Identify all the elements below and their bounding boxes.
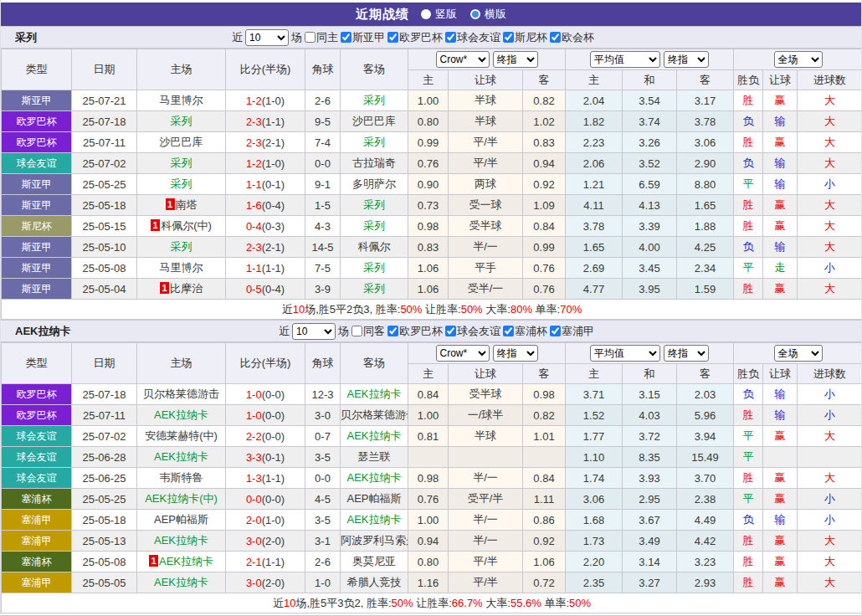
score-cell: 1-0(0-0)	[226, 405, 305, 426]
handicap-away-odds: 0.76	[523, 279, 566, 300]
result-goals: 小	[798, 384, 862, 405]
avg-away-odds: 3.06	[677, 132, 734, 153]
scope-select[interactable]: 全场	[774, 51, 823, 68]
scope-dropdown-cell: 全场	[734, 49, 862, 70]
result-handicap	[763, 447, 798, 468]
avg-stage-select[interactable]: 终指	[664, 51, 709, 68]
team-label: 阿波罗利马索尔	[341, 534, 408, 547]
handicap-away-odds: 1.02	[523, 111, 566, 132]
same-side-checkbox[interactable]	[351, 326, 362, 336]
league-filter-label: 欧罗巴杯	[399, 30, 443, 45]
league-filter-checkbox[interactable]	[503, 32, 514, 43]
col-header-sub-0: 主	[408, 364, 449, 384]
team-name: 采列	[15, 30, 37, 45]
avg-home-odds: 2.69	[566, 258, 623, 279]
home-team-cell: 安德莱赫特(中)	[137, 426, 226, 447]
league-filter-label: 欧罗巴杯	[399, 324, 443, 339]
league-filter-1[interactable]: 欧罗巴杯	[387, 30, 443, 45]
date-cell: 25-07-02	[72, 153, 137, 174]
games-label: 场	[291, 30, 302, 45]
league-filter-3[interactable]: 斯尼杯	[503, 30, 547, 45]
league-filter-checkbox[interactable]	[550, 32, 561, 43]
col-header-sub-6: 胜负	[734, 364, 763, 384]
date-cell: 25-05-18	[72, 195, 137, 216]
result-win-draw-loss: 胜	[734, 195, 763, 216]
odds-stage-select[interactable]: 终指	[493, 51, 538, 68]
avg-source-select[interactable]: 平均值	[590, 51, 660, 68]
recent-count-select[interactable]: 10	[292, 323, 336, 340]
avg-draw-odds: 3.93	[623, 468, 677, 489]
handicap-home-odds: 0.76	[408, 153, 449, 174]
table-row: 球会友谊25-07-02采列1-2(1-0)0-0古拉瑞奇0.76平/半0.94…	[2, 153, 862, 174]
result-win-draw-loss: 平	[734, 489, 763, 510]
league-filter-checkbox[interactable]	[341, 32, 351, 43]
avg-source-select[interactable]: 平均值	[590, 345, 660, 362]
handicap-line: 半/一	[449, 468, 523, 489]
handicap-home-odds: 0.94	[408, 531, 449, 552]
view-mode-horizontal[interactable]: 横版	[470, 7, 506, 22]
col-header-left-3: 比分(半场)	[226, 49, 305, 90]
league-filter-checkbox[interactable]	[445, 32, 456, 43]
home-team-cell: 1科佩尔(中)	[137, 216, 226, 237]
app-header: 近期战绩 竖版 横版	[1, 3, 861, 26]
table-row: 斯亚甲25-05-08马里博尔1-1(1-1)7-5采列1.06平手0.762.…	[2, 258, 862, 279]
avg-stage-select[interactable]: 终指	[664, 345, 709, 362]
radio-unselected-icon[interactable]	[470, 9, 480, 19]
score-cell: 2-3(2-1)	[226, 132, 305, 153]
league-filter-checkbox[interactable]	[387, 326, 398, 336]
summary-segment: 让胜率:	[413, 597, 452, 609]
league-filter-1[interactable]: 球会友谊	[445, 324, 500, 339]
league-filter-checkbox[interactable]	[445, 326, 456, 336]
col-header-sub-2: 客	[523, 364, 566, 384]
col-header-left-5: 客场	[341, 49, 408, 90]
date-cell: 25-05-25	[72, 174, 137, 195]
home-team-cell: 贝尔格莱德游击	[137, 384, 226, 405]
away-team-cell: AEK拉纳卡	[341, 510, 408, 531]
red-card-badge: 1	[151, 219, 160, 231]
league-filter-2[interactable]: 塞浦杯	[503, 324, 547, 339]
league-filter-checkbox[interactable]	[503, 326, 514, 336]
same-side-filter[interactable]: 同主	[305, 30, 338, 45]
team-label: AEP帕福斯	[346, 492, 401, 505]
league-filter-checkbox[interactable]	[387, 32, 398, 43]
handicap-away-odds: 1.01	[523, 426, 566, 447]
col-header-sub-8: 进球数	[798, 364, 862, 384]
recent-count-select[interactable]: 10	[245, 29, 289, 46]
result-handicap: 赢	[763, 489, 798, 510]
league-filter-0[interactable]: 欧罗巴杯	[387, 324, 443, 339]
same-side-checkbox[interactable]	[305, 32, 316, 43]
corner-cell: 3-0	[305, 405, 341, 426]
handicap-line: 平/半	[449, 153, 523, 174]
handicap-line	[449, 447, 523, 468]
table-row: 塞浦甲25-05-13AEK拉纳卡3-0(2-0)3-1阿波罗利马索尔0.94半…	[2, 531, 862, 552]
corner-cell: 3-5	[305, 447, 341, 468]
league-filter-0[interactable]: 斯亚甲	[341, 30, 385, 45]
team-label: 希腊人竞技	[347, 576, 402, 588]
date-cell: 25-05-13	[72, 531, 137, 552]
col-header-sub-4: 和	[623, 364, 677, 384]
avg-home-odds: 1.52	[566, 405, 623, 426]
odds-source-select[interactable]: Crow*	[436, 345, 490, 362]
view-mode-vertical[interactable]: 竖版	[421, 7, 457, 22]
avg-draw-odds: 3.67	[623, 510, 677, 531]
avg-away-odds: 4.49	[677, 510, 734, 531]
result-win-draw-loss: 平	[734, 174, 763, 195]
league-filter-3[interactable]: 塞浦甲	[550, 324, 594, 339]
scope-select[interactable]: 全场	[774, 345, 823, 362]
league-filter-4[interactable]: 欧会杯	[550, 30, 594, 45]
avg-away-odds: 1.65	[677, 195, 734, 216]
league-filter-2[interactable]: 球会友谊	[445, 30, 500, 45]
avg-home-odds: 3.71	[566, 384, 623, 405]
league-filter-checkbox[interactable]	[550, 326, 561, 336]
home-team-cell: 马里博尔	[137, 258, 226, 279]
odds-source-select[interactable]: Crow*	[436, 51, 490, 68]
odds-stage-select[interactable]: 终指	[493, 345, 538, 362]
handicap-home-odds	[408, 447, 449, 468]
radio-selected-icon[interactable]	[421, 9, 431, 19]
summary-segment: 50%	[392, 597, 413, 609]
result-handicap: 赢	[763, 90, 798, 111]
halftime-score: (0-3)	[262, 220, 285, 233]
result-handicap: 输	[763, 237, 798, 258]
corner-cell: 4-3	[305, 216, 341, 237]
same-side-filter[interactable]: 同客	[351, 324, 385, 339]
